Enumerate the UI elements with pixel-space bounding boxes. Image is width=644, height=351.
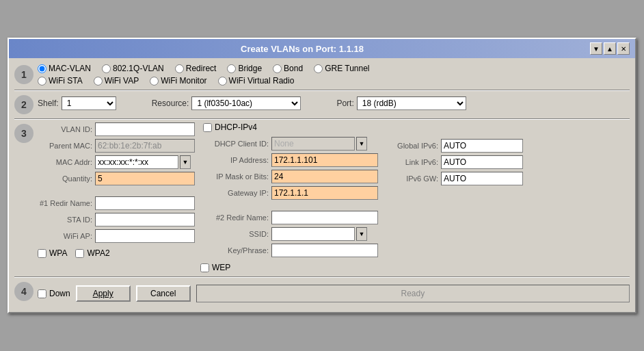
status-bar: Ready xyxy=(196,285,630,302)
wpa-checkbox-label[interactable]: WPA xyxy=(38,248,67,258)
wpa-checkbox[interactable] xyxy=(38,249,46,258)
radio-macvlan[interactable]: MAC-VLAN xyxy=(38,64,91,73)
ssid-input[interactable] xyxy=(271,227,355,241)
parent-mac-input[interactable] xyxy=(95,139,195,153)
dhcp-ipv4-label: DHCP-IPv4 xyxy=(215,122,257,132)
spacer1 xyxy=(38,188,195,194)
port-group: Port: 18 (rddB) xyxy=(336,96,466,110)
keyphrase-input[interactable] xyxy=(271,244,378,257)
gateway-ip-label: Gateway IP: xyxy=(200,189,269,197)
mac-addr-input[interactable] xyxy=(95,155,178,169)
section-4-content: Down Apply Cancel Ready xyxy=(38,281,630,302)
redir1-label: #1 Redir Name: xyxy=(38,199,92,207)
mac-addr-row: MAC Addr: ▼ xyxy=(38,155,195,169)
resource-group: Resource: 1 (lf0350-10ac) xyxy=(152,96,301,110)
spacer2 xyxy=(200,203,378,208)
cancel-button[interactable]: Cancel xyxy=(136,285,191,302)
dhcp-ipv4-checkbox[interactable] xyxy=(203,123,212,132)
shelf-group: Shelf: 1 xyxy=(38,96,116,110)
ssid-dropdown-arrow[interactable]: ▼ xyxy=(356,227,367,241)
close-button[interactable]: ✕ xyxy=(617,42,630,55)
wep-checkbox-label[interactable]: WEP xyxy=(200,263,230,272)
ssid-input-group: ▼ xyxy=(271,227,367,241)
redir1-row: #1 Redir Name: xyxy=(38,196,195,210)
section-2-num: 2 xyxy=(14,95,33,114)
shelf-select[interactable]: 1 xyxy=(62,96,116,110)
window-title: Create VLANs on Port: 1.1.18 xyxy=(14,44,590,54)
ip-address-input[interactable] xyxy=(271,153,378,167)
minimize-button[interactable]: ▼ xyxy=(590,42,602,55)
keyphrase-label: Key/Phrase: xyxy=(200,246,269,255)
sta-id-row: STA ID: xyxy=(38,213,195,226)
radio-bond[interactable]: Bond xyxy=(273,64,303,73)
wep-checkbox[interactable] xyxy=(200,263,209,272)
col2: DHCP-IPv4 DHCP Client ID: ▼ IP Address: xyxy=(200,122,378,272)
apply-button[interactable]: Apply xyxy=(76,285,131,302)
global-ipv6-input[interactable] xyxy=(441,139,523,153)
radio-redirect[interactable]: Redirect xyxy=(175,64,217,73)
dhcp-client-id-input[interactable] xyxy=(271,137,355,151)
ip-mask-row: IP Mask or Bits: xyxy=(200,170,378,183)
ip-mask-input[interactable] xyxy=(271,170,378,183)
radio-wifivap[interactable]: WiFi VAP xyxy=(94,76,139,86)
global-ipv6-label: Global IPv6: xyxy=(384,142,438,150)
radio-wifista[interactable]: WiFi STA xyxy=(38,76,83,86)
radio-wifimonitor[interactable]: WiFi Monitor xyxy=(150,76,206,86)
section-2: 2 Shelf: 1 Resource: 1 (lf0350-10ac) xyxy=(14,94,630,114)
section-3-num: 3 xyxy=(14,124,33,143)
redir2-row: #2 Redir Name: xyxy=(200,211,378,224)
wifi-ap-input[interactable] xyxy=(95,229,195,243)
col3: Global IPv6: Link IPv6: IPv6 GW: xyxy=(384,139,523,272)
vlan-id-row: VLAN ID: xyxy=(38,122,195,136)
ipv6-gw-label: IPv6 GW: xyxy=(384,174,438,183)
down-label: Down xyxy=(49,289,70,298)
resource-select[interactable]: 1 (lf0350-10ac) xyxy=(191,96,301,110)
down-checkbox-label[interactable]: Down xyxy=(38,289,70,298)
sta-id-input[interactable] xyxy=(95,213,195,226)
link-ipv6-label: Link IPv6: xyxy=(384,158,438,166)
titlebar-buttons: ▼ ▲ ✕ xyxy=(590,42,630,55)
wifi-checkboxes: WPA WPA2 xyxy=(38,248,195,258)
section-2-content: Shelf: 1 Resource: 1 (lf0350-10ac) Port: xyxy=(38,94,630,113)
ipv6-gw-input[interactable] xyxy=(441,172,523,185)
mac-addr-dropdown-arrow[interactable]: ▼ xyxy=(180,155,191,169)
wep-checkbox-area: WEP xyxy=(200,263,378,272)
gateway-ip-input[interactable] xyxy=(271,186,378,200)
down-checkbox[interactable] xyxy=(38,289,46,298)
parent-mac-row: Parent MAC: xyxy=(38,139,195,153)
gateway-ip-row: Gateway IP: xyxy=(200,186,378,200)
section-4: 4 Down Apply Cancel Ready xyxy=(14,281,630,302)
dhcp-client-id-row: DHCP Client ID: ▼ xyxy=(200,137,378,151)
link-ipv6-input[interactable] xyxy=(441,155,523,169)
wpa2-checkbox-label[interactable]: WPA2 xyxy=(75,248,109,258)
resource-label: Resource: xyxy=(152,99,189,108)
wpa2-checkbox[interactable] xyxy=(75,249,84,258)
restore-button[interactable]: ▲ xyxy=(604,42,616,55)
wifi-ap-label: WiFi AP: xyxy=(38,232,92,240)
section-1-content: MAC-VLAN 802.1Q-VLAN Redirect Bridge xyxy=(38,64,630,86)
vlan-id-input[interactable] xyxy=(95,122,195,136)
wpa-label: WPA xyxy=(49,248,67,258)
content-area: 1 MAC-VLAN 802.1Q-VLAN Redirect xyxy=(9,58,635,312)
redir1-input[interactable] xyxy=(95,196,195,210)
dhcp-client-dropdown-arrow[interactable]: ▼ xyxy=(356,137,367,151)
link-ipv6-row: Link IPv6: xyxy=(384,155,523,169)
quantity-row: Quantity: xyxy=(38,172,195,185)
ssid-label: SSID: xyxy=(200,230,269,238)
radio-wifivirtual[interactable]: WiFi Virtual Radio xyxy=(218,76,295,86)
port-label: Port: xyxy=(336,99,353,108)
port-select[interactable]: 18 (rddB) xyxy=(357,96,466,110)
section-4-num: 4 xyxy=(14,282,33,301)
section-1: 1 MAC-VLAN 802.1Q-VLAN Redirect xyxy=(14,64,630,86)
quantity-input[interactable] xyxy=(95,172,195,185)
ipv6-gw-row: IPv6 GW: xyxy=(384,172,523,185)
radio-bridge[interactable]: Bridge xyxy=(227,64,262,73)
dhcp-row: DHCP-IPv4 xyxy=(200,122,378,132)
main-window: Create VLANs on Port: 1.1.18 ▼ ▲ ✕ 1 MAC… xyxy=(8,38,636,313)
radio-8021q[interactable]: 802.1Q-VLAN xyxy=(102,64,164,73)
shelf-row: Shelf: 1 Resource: 1 (lf0350-10ac) Port: xyxy=(38,94,630,113)
radio-gretunnel[interactable]: GRE Tunnel xyxy=(314,64,369,73)
ip-mask-label: IP Mask or Bits: xyxy=(200,172,269,181)
dhcp-ipv4-checkbox-label[interactable]: DHCP-IPv4 xyxy=(203,122,257,132)
redir2-input[interactable] xyxy=(271,211,378,224)
